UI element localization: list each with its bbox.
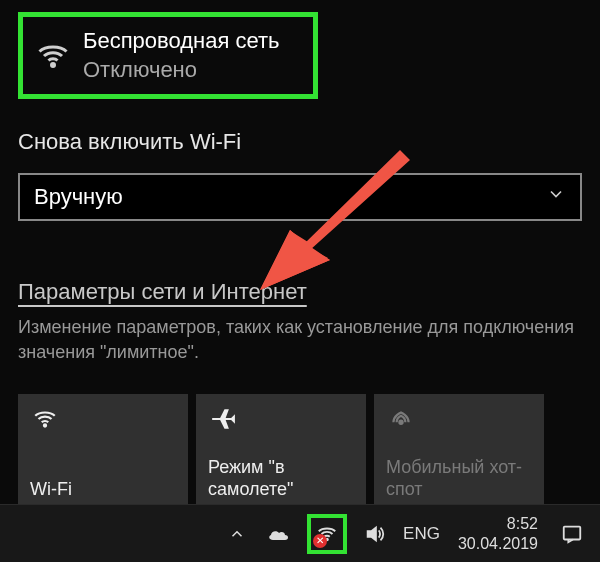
- volume-icon[interactable]: [361, 520, 389, 548]
- svg-point-2: [399, 420, 402, 423]
- airplane-mode-tile[interactable]: Режим "в самолете": [196, 394, 366, 509]
- wireless-network-block[interactable]: Беспроводная сеть Отключено: [18, 12, 318, 99]
- airplane-tile-label: Режим "в самолете": [208, 456, 354, 501]
- language-indicator[interactable]: ENG: [403, 524, 440, 544]
- clock-date: 30.04.2019: [458, 534, 538, 553]
- notifications-icon[interactable]: [558, 520, 586, 548]
- onedrive-icon[interactable]: [265, 520, 293, 548]
- wifi-tile[interactable]: Wi-Fi: [18, 394, 188, 509]
- wireless-title: Беспроводная сеть: [83, 27, 280, 56]
- airplane-icon: [208, 406, 354, 436]
- reenable-wifi-label: Снова включить Wi-Fi: [18, 129, 582, 155]
- hotspot-tile-label: Мобильный хот-спот: [386, 456, 532, 501]
- svg-point-0: [52, 63, 55, 66]
- network-settings-description: Изменение параметров, таких как установл…: [18, 315, 582, 365]
- quick-action-tiles: Wi-Fi Режим "в самолете" Мобильный хот-с…: [18, 394, 582, 509]
- svg-rect-6: [564, 526, 581, 539]
- clock-time: 8:52: [458, 514, 538, 533]
- network-settings-link[interactable]: Параметры сети и Интернет: [18, 279, 307, 305]
- wifi-tile-label: Wi-Fi: [30, 478, 176, 501]
- taskbar: ✕ ENG 8:52 30.04.2019: [0, 504, 600, 562]
- no-connection-badge: ✕: [313, 534, 327, 548]
- wireless-status: Отключено: [83, 56, 280, 85]
- wifi-icon: [30, 406, 176, 436]
- chevron-down-icon: [546, 184, 566, 210]
- system-tray: ✕ ENG 8:52 30.04.2019: [223, 505, 586, 562]
- dropdown-value: Вручную: [34, 184, 123, 210]
- svg-point-1: [44, 424, 46, 426]
- wifi-icon: [31, 34, 75, 78]
- hotspot-icon: [386, 406, 532, 436]
- tray-expand-icon[interactable]: [223, 520, 251, 548]
- mobile-hotspot-tile[interactable]: Мобильный хот-спот: [374, 394, 544, 509]
- clock[interactable]: 8:52 30.04.2019: [458, 514, 538, 552]
- reenable-dropdown[interactable]: Вручную: [18, 173, 582, 221]
- network-tray-icon[interactable]: ✕: [307, 514, 347, 554]
